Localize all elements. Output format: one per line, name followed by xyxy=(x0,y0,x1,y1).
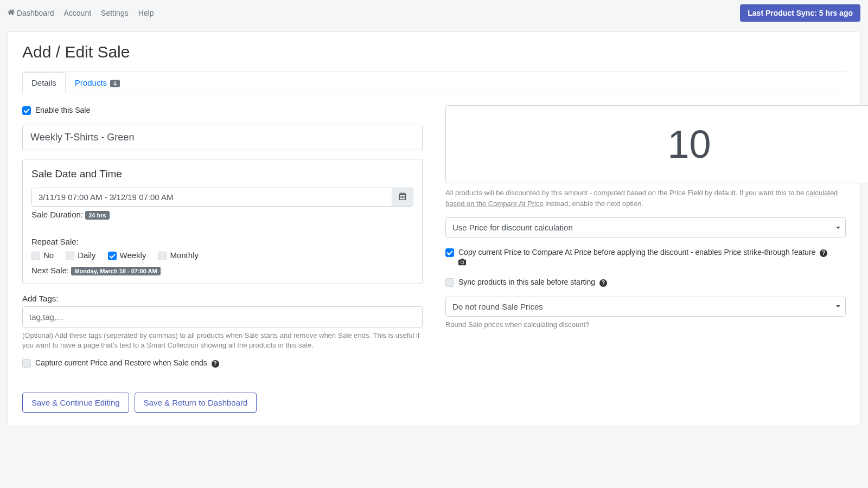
nav-dashboard-label: Dashboard xyxy=(17,9,54,17)
sync-products-label: Sync products in this sale before starti… xyxy=(458,278,595,286)
discount-help-pre: All products will be discounted by this … xyxy=(445,189,806,197)
repeat-no-label: No xyxy=(43,251,54,260)
top-nav: Dashboard Account Settings Help xyxy=(8,9,154,17)
enable-sale-checkbox[interactable] xyxy=(22,106,31,115)
main-panel: Add / Edit Sale Details Products 4 Enabl… xyxy=(8,31,860,426)
next-sale-badge: Monday, March 18 - 07:00 AM xyxy=(71,267,160,275)
repeat-label: Repeat Sale: xyxy=(31,237,413,246)
repeat-options: No Daily Weekly Monthly xyxy=(31,251,413,260)
repeat-daily-checkbox[interactable] xyxy=(66,252,74,260)
right-column: % All products will be discounted by thi… xyxy=(445,105,846,377)
question-icon[interactable]: ? xyxy=(212,360,219,368)
calendar-icon xyxy=(399,192,406,202)
tabs: Details Products 4 xyxy=(22,72,846,93)
capture-price-checkbox[interactable] xyxy=(22,359,31,368)
repeat-weekly-checkbox[interactable] xyxy=(108,252,117,260)
discount-help: All products will be discounted by this … xyxy=(445,188,846,209)
discount-amount-input[interactable] xyxy=(445,105,868,183)
left-column: Enable this Sale Sale Date and Time Sale… xyxy=(22,105,423,377)
price-calc-select[interactable]: Use Price for discount calculation xyxy=(445,217,846,237)
tab-products-label: Products xyxy=(75,78,107,87)
capture-price-label: Capture current Price and Restore when S… xyxy=(35,358,207,367)
page-title: Add / Edit Sale xyxy=(22,43,846,61)
sync-status-button[interactable]: Last Product Sync: 5 hrs ago xyxy=(740,4,860,22)
save-continue-button[interactable]: Save & Continue Editing xyxy=(22,393,129,413)
tab-details[interactable]: Details xyxy=(22,72,66,93)
copy-price-checkbox[interactable] xyxy=(445,248,454,257)
repeat-monthly-label: Monthly xyxy=(170,251,199,260)
duration-badge: 24 hrs xyxy=(85,211,109,220)
nav-help[interactable]: Help xyxy=(138,9,154,17)
date-range-input[interactable] xyxy=(31,188,392,207)
discount-help-post: instead, enable the next option. xyxy=(544,200,643,208)
products-count-badge: 4 xyxy=(110,80,120,87)
date-card-title: Sale Date and Time xyxy=(31,168,413,180)
home-icon xyxy=(8,9,15,17)
duration-label: Sale Duration: xyxy=(31,210,85,219)
nav-dashboard[interactable]: Dashboard xyxy=(8,9,54,17)
date-card: Sale Date and Time Sale Duration: 24 hrs… xyxy=(22,159,423,284)
enable-sale-label: Enable this Sale xyxy=(35,105,90,116)
camera-icon xyxy=(458,259,466,267)
repeat-monthly-checkbox[interactable] xyxy=(158,252,167,260)
tags-label: Add Tags: xyxy=(22,294,423,303)
top-bar: Dashboard Account Settings Help Last Pro… xyxy=(0,0,868,26)
save-return-button[interactable]: Save & Return to Dashboard xyxy=(135,393,257,413)
copy-price-label: Copy current Price to Compare At Price b… xyxy=(458,248,815,256)
date-picker-button[interactable] xyxy=(392,188,413,207)
tags-help: (Optional) Add these tags (seperated by … xyxy=(22,331,423,350)
repeat-weekly-label: Weekly xyxy=(120,251,146,260)
sale-name-input[interactable] xyxy=(22,125,423,150)
repeat-no-checkbox[interactable] xyxy=(31,252,40,260)
round-prices-select[interactable]: Do not round Sale Prices xyxy=(445,297,846,317)
divider xyxy=(31,228,413,228)
nav-settings[interactable]: Settings xyxy=(101,9,129,17)
tags-input[interactable] xyxy=(22,306,423,328)
repeat-daily-label: Daily xyxy=(78,251,95,260)
sync-products-checkbox[interactable] xyxy=(445,278,454,287)
tab-products[interactable]: Products 4 xyxy=(66,72,130,93)
round-help: Round Sale prices when calculating disco… xyxy=(445,320,846,330)
question-icon[interactable]: ? xyxy=(820,249,827,257)
nav-account[interactable]: Account xyxy=(64,9,92,17)
question-icon[interactable]: ? xyxy=(599,279,607,287)
next-sale-label: Next Sale: xyxy=(31,266,71,275)
